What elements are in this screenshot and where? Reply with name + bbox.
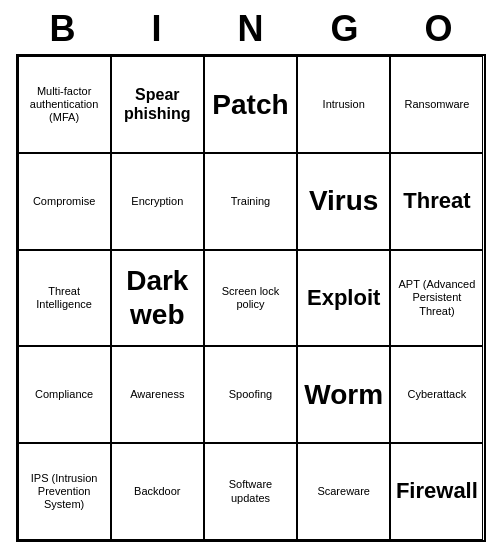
bingo-letter-G: G — [303, 8, 387, 50]
bingo-cell-2: Patch — [204, 56, 297, 153]
bingo-cell-4: Ransomware — [390, 56, 483, 153]
bingo-cell-18: Worm — [297, 346, 390, 443]
bingo-cell-19: Cyberattack — [390, 346, 483, 443]
bingo-cell-5: Compromise — [18, 153, 111, 250]
bingo-cell-24: Firewall — [390, 443, 483, 540]
bingo-cell-9: Threat — [390, 153, 483, 250]
bingo-letter-O: O — [397, 8, 481, 50]
bingo-cell-17: Spoofing — [204, 346, 297, 443]
bingo-cell-7: Training — [204, 153, 297, 250]
bingo-cell-15: Compliance — [18, 346, 111, 443]
bingo-letter-N: N — [209, 8, 293, 50]
bingo-cell-8: Virus — [297, 153, 390, 250]
bingo-cell-6: Encryption — [111, 153, 204, 250]
bingo-cell-12: Screen lock policy — [204, 250, 297, 347]
bingo-cell-21: Backdoor — [111, 443, 204, 540]
bingo-cell-22: Software updates — [204, 443, 297, 540]
bingo-letter-I: I — [115, 8, 199, 50]
bingo-cell-10: Threat Intelligence — [18, 250, 111, 347]
bingo-cell-13: Exploit — [297, 250, 390, 347]
bingo-cell-16: Awareness — [111, 346, 204, 443]
bingo-cell-11: Dark web — [111, 250, 204, 347]
bingo-cell-20: IPS (Intrusion Prevention System) — [18, 443, 111, 540]
bingo-cell-14: APT (Advanced Persistent Threat) — [390, 250, 483, 347]
bingo-cell-0: Multi-factor authentication (MFA) — [18, 56, 111, 153]
bingo-grid: Multi-factor authentication (MFA)Spear p… — [16, 54, 486, 542]
bingo-cell-23: Scareware — [297, 443, 390, 540]
bingo-header: BINGO — [16, 0, 486, 54]
bingo-letter-B: B — [21, 8, 105, 50]
bingo-cell-3: Intrusion — [297, 56, 390, 153]
bingo-cell-1: Spear phishing — [111, 56, 204, 153]
